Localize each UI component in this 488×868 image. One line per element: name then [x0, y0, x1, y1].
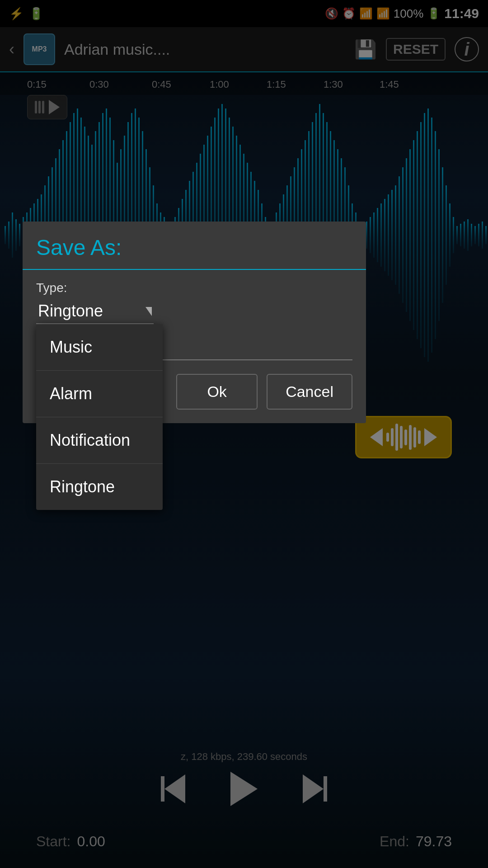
dialog-title-bar: Save As: — [23, 222, 366, 270]
type-dropdown-button[interactable]: Ringtone — [36, 299, 154, 324]
dropdown-menu[interactable]: Music Alarm Notification Ringtone — [36, 324, 163, 510]
dialog-body: Type: Ringtone Music Alarm Notification … — [23, 270, 366, 423]
dropdown-arrow-icon — [145, 307, 152, 316]
ok-button[interactable]: Ok — [176, 374, 258, 410]
dropdown-item-music[interactable]: Music — [36, 324, 163, 371]
dropdown-item-ringtone[interactable]: Ringtone — [36, 464, 163, 510]
cancel-button[interactable]: Cancel — [267, 374, 352, 410]
type-label: Type: — [36, 281, 352, 295]
dialog-overlay: Save As: Type: Ringtone Music Alarm Noti… — [0, 0, 488, 868]
save-as-dialog: Save As: Type: Ringtone Music Alarm Noti… — [23, 222, 366, 423]
dialog-title: Save As: — [36, 236, 122, 259]
type-dropdown[interactable]: Ringtone Music Alarm Notification Ringto… — [36, 299, 154, 324]
dropdown-item-alarm[interactable]: Alarm — [36, 371, 163, 417]
dropdown-item-notification[interactable]: Notification — [36, 417, 163, 464]
